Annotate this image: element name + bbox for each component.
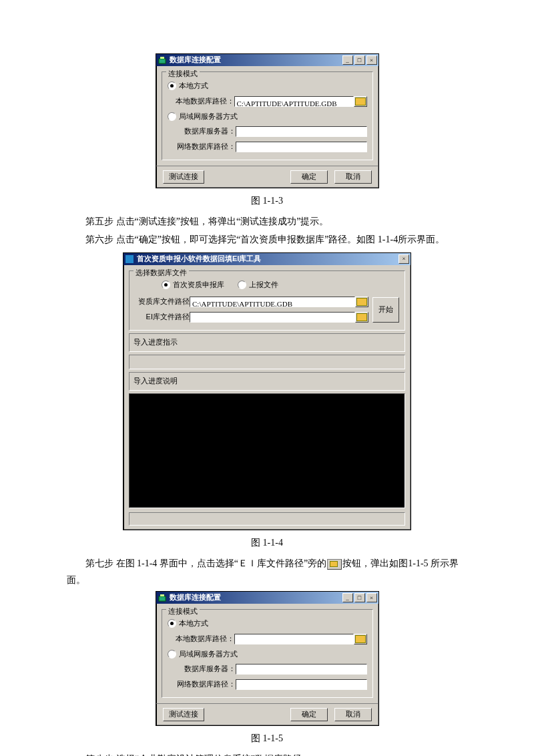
first-apply-radio[interactable] xyxy=(162,280,170,289)
progress-bar xyxy=(129,355,405,369)
close-button[interactable]: × xyxy=(398,254,409,264)
figure-caption-3: 图 1-1-5 xyxy=(67,730,467,747)
connection-mode-group: 连接模式 本地方式 本地数据库路径： C:\APTITUDE\APTITUDE.… xyxy=(162,71,373,160)
first-apply-label: 首次资质申报库 xyxy=(173,278,224,292)
app-icon xyxy=(158,593,167,602)
titlebar: 首次资质申报小软件数据回填EI库工具 × xyxy=(123,253,411,265)
svg-rect-2 xyxy=(125,255,134,263)
lan-radio[interactable] xyxy=(168,650,176,658)
select-db-group: 选择数据库文件 首次资质申报库 上报文件 资质库文件路径 C:\APTITUDE… xyxy=(129,270,405,331)
server-input[interactable] xyxy=(236,664,367,675)
browse-icon-inline xyxy=(327,559,342,570)
test-connection-button[interactable]: 测试连接 xyxy=(163,708,204,721)
folder-icon xyxy=(356,313,367,321)
svg-rect-4 xyxy=(160,594,164,596)
ei-path-input[interactable] xyxy=(190,312,355,323)
app-icon xyxy=(158,55,167,65)
netpath-label: 网络数据库路径： xyxy=(176,140,236,154)
dialog-buttons: 测试连接 确定 取消 xyxy=(156,703,378,725)
lan-radio-label: 局域网服务器方式 xyxy=(179,648,238,661)
ei-tool-dialog: 首次资质申报小软件数据回填EI库工具 × 选择数据库文件 首次资质申报库 上报文… xyxy=(123,252,411,530)
cancel-button[interactable]: 取消 xyxy=(334,708,372,721)
browse-q-button[interactable] xyxy=(355,297,368,307)
dialog-title: 数据库连接配置 xyxy=(170,591,341,604)
db-config-dialog-2: 数据库连接配置 _ □ × 连接模式 本地方式 本地数据库路径： 局域网服务器方… xyxy=(156,591,379,726)
folder-icon xyxy=(355,635,366,643)
cancel-button[interactable]: 取消 xyxy=(334,170,372,184)
svg-rect-0 xyxy=(159,59,166,63)
server-label: 数据库服务器： xyxy=(176,125,236,138)
local-path-label: 本地数据库路径： xyxy=(176,632,234,646)
upload-file-radio[interactable] xyxy=(238,280,246,289)
figure-caption-2: 图 1-1-4 xyxy=(67,534,467,551)
app-icon xyxy=(125,254,134,264)
group-legend: 选择数据库文件 xyxy=(134,266,189,280)
svg-rect-1 xyxy=(160,57,164,59)
connection-mode-group: 连接模式 本地方式 本地数据库路径： 局域网服务器方式 数据库服务器： 网络数据… xyxy=(162,609,373,698)
document-page: 数据库连接配置 _ □ × 连接模式 本地方式 本地数据库路径： C:\APTI… xyxy=(0,0,534,756)
test-connection-button[interactable]: 测试连接 xyxy=(163,170,204,184)
server-label: 数据库服务器： xyxy=(176,663,236,676)
svg-rect-3 xyxy=(159,596,166,601)
group-legend: 连接模式 xyxy=(166,605,200,618)
browse-local-button[interactable] xyxy=(354,634,367,644)
local-path-label: 本地数据库路径： xyxy=(176,95,234,108)
progress-desc-label: 导入进度说明 xyxy=(129,372,405,391)
step-5-text: 第五步 点击“测试连接”按钮，将弹出“测试连接成功”提示。 xyxy=(67,213,467,230)
group-legend: 连接模式 xyxy=(166,67,200,81)
upload-file-label: 上报文件 xyxy=(249,278,278,292)
progress-indicator-label: 导入进度指示 xyxy=(129,333,405,352)
start-button[interactable]: 开始 xyxy=(372,297,399,323)
browse-ei-button[interactable] xyxy=(355,312,368,323)
minimize-button[interactable]: _ xyxy=(342,593,353,602)
status-bar xyxy=(129,512,405,526)
local-radio-label: 本地方式 xyxy=(179,617,208,630)
dialog-title: 数据库连接配置 xyxy=(170,53,341,67)
step-7-text-a: 第七步 在图 1-1-4 界面中，点击选择“ＥＩ库文件路径”旁的 xyxy=(85,558,326,568)
maximize-button[interactable]: □ xyxy=(354,593,365,602)
dialog-title: 首次资质申报小软件数据回填EI库工具 xyxy=(137,252,397,266)
titlebar: 数据库连接配置 _ □ × xyxy=(156,592,378,604)
figure-caption-1: 图 1-1-3 xyxy=(67,192,467,209)
close-button[interactable]: × xyxy=(366,593,377,602)
folder-icon xyxy=(356,298,367,306)
netpath-input[interactable] xyxy=(236,679,367,690)
step-8-text: 第八步 选择“企业勘察设计管理信息系统”数据库路径。 xyxy=(67,751,467,756)
ei-path-label: EI库文件路径 xyxy=(135,311,190,324)
q-path-input[interactable]: C:\APTITUDE\APTITUDE.GDB xyxy=(190,297,355,307)
ok-button[interactable]: 确定 xyxy=(290,708,328,721)
close-button[interactable]: × xyxy=(366,55,377,65)
step-7-text: 第七步 在图 1-1-4 界面中，点击选择“ＥＩ库文件路径”旁的按钮，弹出如图1… xyxy=(67,555,467,588)
db-config-dialog-1: 数据库连接配置 _ □ × 连接模式 本地方式 本地数据库路径： C:\APTI… xyxy=(156,53,379,188)
local-radio-label: 本地方式 xyxy=(179,79,208,93)
minimize-button[interactable]: _ xyxy=(342,55,353,65)
titlebar: 数据库连接配置 _ □ × xyxy=(156,54,378,66)
local-path-input[interactable] xyxy=(234,634,354,644)
lan-radio[interactable] xyxy=(168,112,176,121)
server-input[interactable] xyxy=(236,126,367,137)
q-path-label: 资质库文件路径 xyxy=(135,295,190,309)
netpath-input[interactable] xyxy=(236,142,367,152)
local-path-input[interactable]: C:\APTITUDE\APTITUDE.GDB xyxy=(234,96,354,107)
dialog-buttons: 测试连接 确定 取消 xyxy=(156,166,378,188)
local-radio[interactable] xyxy=(168,619,176,628)
log-output xyxy=(129,393,405,508)
maximize-button[interactable]: □ xyxy=(354,55,365,65)
netpath-label: 网络数据库路径： xyxy=(176,678,236,691)
ok-button[interactable]: 确定 xyxy=(290,170,328,184)
lan-radio-label: 局域网服务器方式 xyxy=(179,110,238,124)
folder-icon xyxy=(355,98,366,106)
step-6-text: 第六步 点击“确定”按钮，即可选择完“首次资质申报数据库”路径。如图 1-1-4… xyxy=(67,231,467,248)
local-radio[interactable] xyxy=(168,81,176,90)
browse-local-button[interactable] xyxy=(354,96,367,107)
